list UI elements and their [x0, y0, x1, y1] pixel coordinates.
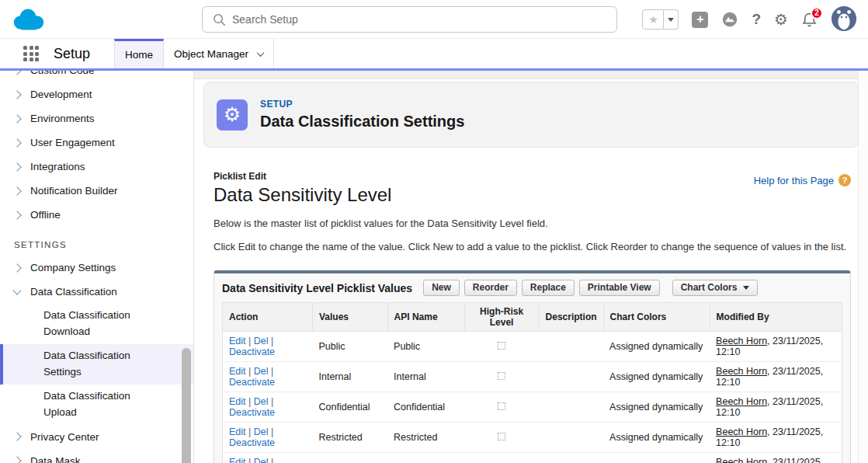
deactivate-link[interactable]: Deactivate	[229, 437, 275, 448]
sidebar-item-data-classification-upload[interactable]: Data Classification Upload	[0, 385, 193, 425]
global-header: ★ + ? ⚙ 2	[0, 0, 868, 39]
sidebar-item-offline[interactable]: Offline	[0, 203, 193, 227]
sidebar-item-label: Offline	[30, 209, 61, 221]
sidebar-item-data-classification-download[interactable]: Data Classification Download	[0, 304, 193, 344]
deactivate-link[interactable]: Deactivate	[229, 377, 275, 388]
setup-navbar: Setup Home Object Manager	[0, 39, 868, 68]
link-separator: |	[248, 366, 251, 377]
modified-by-user-link[interactable]: Beech Horn	[716, 366, 767, 377]
api-name-cell: Confidential	[387, 392, 464, 423]
link-separator: |	[248, 396, 251, 407]
tab-home[interactable]: Home	[114, 39, 164, 68]
chevron-right-icon	[12, 114, 21, 123]
col-description: Description	[539, 303, 603, 332]
sidebar-item-custom-code[interactable]: Custom Code	[0, 71, 193, 82]
sidebar-item-company-settings[interactable]: Company Settings	[0, 256, 193, 280]
chart-colors-cell: Assigned dynamically	[603, 423, 710, 453]
reorder-button[interactable]: Reorder	[464, 280, 517, 296]
page-title: Data Classification Settings	[260, 113, 464, 131]
table-header-row: Action Values API Name High-Risk Level D…	[223, 303, 842, 332]
sidebar-scrollbar-thumb[interactable]	[182, 348, 191, 463]
api-name-cell: MissionCritical	[387, 453, 464, 463]
del-link[interactable]: Del	[254, 366, 269, 377]
main-scrollbar-track	[858, 71, 868, 463]
sidebar-item-privacy-center[interactable]: Privacy Center	[0, 425, 193, 449]
notifications-button[interactable]: 2	[801, 12, 818, 28]
deactivate-link[interactable]: Deactivate	[229, 407, 275, 418]
sidebar-item-label: User Engagement	[30, 137, 115, 148]
user-avatar[interactable]	[831, 5, 857, 34]
description-cell	[539, 332, 603, 362]
search-input[interactable]	[232, 7, 613, 32]
sidebar-item-data-mask[interactable]: Data Mask	[0, 449, 193, 463]
tab-object-manager[interactable]: Object Manager	[164, 39, 274, 68]
help-for-this-page-link[interactable]: Help for this Page ?	[754, 174, 851, 186]
link-separator: |	[271, 366, 273, 377]
modified-by-user-link[interactable]: Beech Horn	[716, 426, 767, 437]
chevron-right-icon	[12, 162, 21, 171]
sidebar-item-data-classification[interactable]: Data Classification	[0, 280, 193, 304]
app-launcher-icon[interactable]	[23, 46, 39, 61]
replace-button[interactable]: Replace	[522, 280, 575, 296]
sidebar-item-label: Development	[30, 89, 92, 100]
chart-colors-label: Chart Colors	[681, 282, 738, 293]
del-link[interactable]: Del	[254, 336, 269, 346]
notification-badge: 2	[811, 7, 823, 19]
sidebar-item-notification-builder[interactable]: Notification Builder	[0, 179, 193, 203]
col-modified-by: Modified By	[710, 303, 842, 332]
quick-create-button[interactable]: +	[692, 12, 708, 28]
setup-sidebar: Custom Code Development Environments Use…	[0, 71, 194, 463]
table-row: Edit | Del | Deactivate MissionCritical …	[223, 453, 842, 463]
table-row: Edit | Del | Deactivate Public Public As…	[223, 332, 842, 362]
link-separator: |	[271, 336, 273, 346]
gear-icon: ⚙	[774, 10, 788, 29]
edit-link[interactable]: Edit	[229, 336, 246, 346]
table-row: Edit | Del | Deactivate Confidential Con…	[223, 392, 842, 423]
high-risk-checkbox	[498, 342, 505, 350]
modified-by-user-link[interactable]: Beech Horn	[716, 457, 767, 463]
help-button[interactable]: ?	[752, 11, 761, 28]
edit-link[interactable]: Edit	[229, 426, 246, 437]
content-top-strip	[194, 71, 868, 79]
del-link[interactable]: Del	[254, 396, 269, 407]
sidebar-item-label: Environments	[30, 113, 95, 124]
setup-gear-button[interactable]: ⚙	[774, 10, 788, 29]
link-separator: |	[248, 336, 251, 346]
app-name: Setup	[54, 46, 90, 62]
del-link[interactable]: Del	[254, 426, 269, 437]
picklist-values-section: Data Sensitivity Level Picklist Values N…	[214, 270, 851, 463]
edit-link[interactable]: Edit	[229, 457, 246, 463]
picklist-section-title: Data Sensitivity Level Picklist Values	[222, 282, 412, 294]
modified-by-user-link[interactable]: Beech Horn	[716, 396, 767, 407]
favorites-list-button[interactable]	[664, 9, 679, 30]
trailhead-button[interactable]	[721, 11, 738, 28]
chart-colors-menu-button[interactable]: Chart Colors	[672, 280, 759, 296]
high-risk-checkbox	[498, 402, 505, 410]
description-cell	[539, 392, 603, 423]
table-row: Edit | Del | Deactivate Restricted Restr…	[223, 423, 842, 453]
intro-text-1: Below is the master list of picklist val…	[214, 218, 851, 229]
del-link[interactable]: Del	[254, 457, 269, 463]
sidebar-item-user-engagement[interactable]: User Engagement	[0, 131, 193, 155]
deactivate-link[interactable]: Deactivate	[229, 346, 275, 357]
printable-view-button[interactable]: Printable View	[579, 280, 660, 296]
api-name-cell: Restricted	[387, 423, 464, 453]
favorite-button[interactable]: ★	[642, 9, 664, 30]
chart-colors-cell: Assigned dynamically	[603, 332, 710, 362]
new-button[interactable]: New	[423, 280, 460, 296]
chevron-right-icon	[12, 263, 21, 272]
edit-link[interactable]: Edit	[229, 396, 246, 407]
sidebar-item-environments[interactable]: Environments	[0, 106, 193, 131]
sidebar-item-development[interactable]: Development	[0, 82, 193, 106]
value-cell: MissionCritical	[313, 453, 388, 463]
modified-by-user-link[interactable]: Beech Horn	[716, 336, 767, 346]
sidebar-item-integrations[interactable]: Integrations	[0, 155, 193, 179]
intro-text-2: Click Edit to change the name of the val…	[214, 241, 851, 252]
api-name-cell: Internal	[387, 362, 464, 392]
value-cell: Internal	[313, 362, 388, 392]
field-title: Data Sensitivity Level	[214, 184, 391, 206]
sidebar-item-data-classification-settings[interactable]: Data Classification Settings	[0, 344, 193, 385]
edit-link[interactable]: Edit	[229, 366, 246, 377]
header-utilities: ★ + ? ⚙ 2	[642, 0, 857, 39]
chevron-right-icon	[12, 432, 21, 440]
